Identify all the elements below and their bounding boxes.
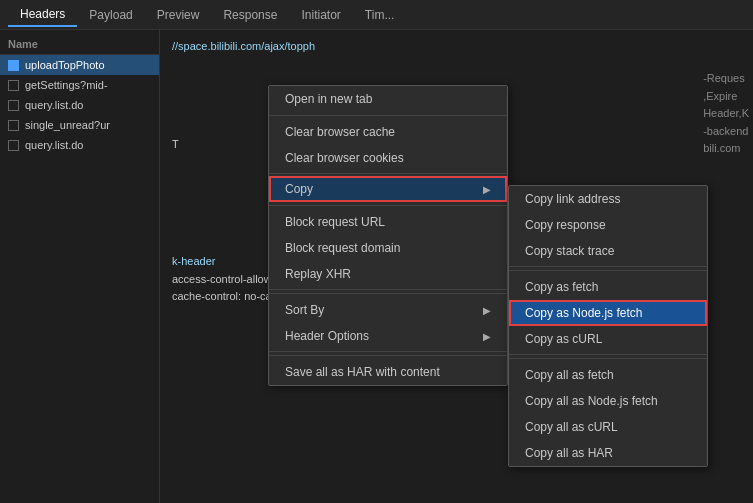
item-label: single_unread?ur (25, 119, 110, 131)
menu-copy[interactable]: Copy ▶ (269, 176, 507, 202)
context-menu-right: Copy link address Copy response Copy sta… (508, 185, 708, 467)
menu-divider (269, 293, 507, 294)
submenu-arrow-icon: ▶ (483, 305, 491, 316)
list-item[interactable]: query.list.do (0, 135, 159, 155)
submenu-copy-curl[interactable]: Copy as cURL (509, 326, 707, 355)
main-content: Name uploadTopPhoto getSettings?mid- que… (0, 30, 753, 503)
menu-replay-xhr[interactable]: Replay XHR (269, 261, 507, 290)
tab-payload[interactable]: Payload (77, 4, 144, 26)
tab-bar: Headers Payload Preview Response Initiat… (0, 0, 753, 30)
list-item[interactable]: uploadTopPhoto (0, 55, 159, 75)
menu-clear-cookies[interactable]: Clear browser cookies (269, 145, 507, 174)
menu-header-options[interactable]: Header Options ▶ (269, 323, 507, 352)
checkbox[interactable] (8, 100, 19, 111)
network-list: Name uploadTopPhoto getSettings?mid- que… (0, 30, 160, 503)
submenu-copy-all-har[interactable]: Copy all as HAR (509, 440, 707, 466)
context-menu-left: Open in new tab Clear browser cache Clea… (268, 85, 508, 386)
menu-sort-by[interactable]: Sort By ▶ (269, 297, 507, 323)
tab-preview[interactable]: Preview (145, 4, 212, 26)
menu-divider (509, 358, 707, 359)
item-label: query.list.do (25, 139, 84, 151)
checkbox[interactable] (8, 80, 19, 91)
menu-block-url[interactable]: Block request URL (269, 209, 507, 235)
menu-save-har[interactable]: Save all as HAR with content (269, 359, 507, 385)
submenu-arrow-icon: ▶ (483, 331, 491, 342)
tab-response[interactable]: Response (211, 4, 289, 26)
side-content: -Reques ,Expire Header,K -backend bili.c… (703, 70, 749, 158)
right-panel: //space.bilibili.com/ajax/topph T k-head… (160, 30, 753, 503)
list-item[interactable]: getSettings?mid- (0, 75, 159, 95)
list-item[interactable]: query.list.do (0, 95, 159, 115)
item-label: getSettings?mid- (25, 79, 108, 91)
checkbox[interactable] (8, 120, 19, 131)
menu-divider (509, 270, 707, 271)
menu-divider (269, 205, 507, 206)
menu-divider (269, 355, 507, 356)
submenu-copy-stack[interactable]: Copy stack trace (509, 238, 707, 267)
checkbox[interactable] (8, 140, 19, 151)
submenu-arrow-icon: ▶ (483, 184, 491, 195)
submenu-copy-all-curl[interactable]: Copy all as cURL (509, 414, 707, 440)
checkbox[interactable] (8, 60, 19, 71)
menu-open-new-tab[interactable]: Open in new tab (269, 86, 507, 112)
submenu-copy-fetch[interactable]: Copy as fetch (509, 274, 707, 300)
menu-divider (269, 115, 507, 116)
network-list-header: Name (0, 34, 159, 55)
tab-timing[interactable]: Tim... (353, 4, 407, 26)
menu-clear-cache[interactable]: Clear browser cache (269, 119, 507, 145)
tab-initiator[interactable]: Initiator (289, 4, 352, 26)
submenu-copy-all-fetch[interactable]: Copy all as fetch (509, 362, 707, 388)
submenu-copy-all-nodejs[interactable]: Copy all as Node.js fetch (509, 388, 707, 414)
item-label: uploadTopPhoto (25, 59, 105, 71)
submenu-copy-response[interactable]: Copy response (509, 212, 707, 238)
menu-block-domain[interactable]: Block request domain (269, 235, 507, 261)
submenu-copy-nodejs-fetch[interactable]: Copy as Node.js fetch (509, 300, 707, 326)
url-line: //space.bilibili.com/ajax/topph (172, 38, 741, 56)
submenu-copy-link[interactable]: Copy link address (509, 186, 707, 212)
tab-headers[interactable]: Headers (8, 3, 77, 27)
item-label: query.list.do (25, 99, 84, 111)
list-item[interactable]: single_unread?ur (0, 115, 159, 135)
